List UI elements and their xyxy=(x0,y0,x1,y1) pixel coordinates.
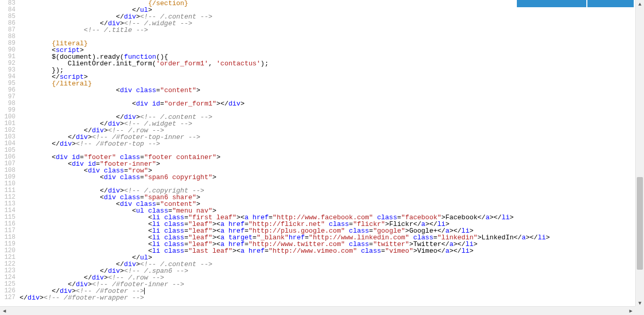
vertical-scroll-track[interactable] xyxy=(636,9,644,299)
line-gutter: 8384858687888990919293949596979899100101… xyxy=(0,0,20,308)
code-line[interactable]: {literal} xyxy=(20,40,634,47)
code-line[interactable]: <div id="order_form1"></div> xyxy=(20,100,634,107)
vertical-scrollbar[interactable]: ▲ ▼ xyxy=(635,0,644,308)
code-line[interactable]: </script> xyxy=(20,74,634,80)
code-line[interactable] xyxy=(20,33,634,40)
scroll-left-arrow[interactable]: ◀ xyxy=(0,307,9,315)
code-line[interactable]: }); xyxy=(20,67,634,74)
code-area[interactable]: {/section} </ul> </div><!-- /.content --… xyxy=(20,0,634,308)
toolbar-button-1[interactable] xyxy=(517,0,586,7)
code-line[interactable]: <div class="span6 copyright"> xyxy=(20,174,634,181)
toolbar-button-2[interactable] xyxy=(587,0,634,7)
line-number: 127 xyxy=(0,294,15,301)
scroll-up-arrow[interactable]: ▲ xyxy=(636,0,644,9)
text-cursor xyxy=(144,288,145,294)
scroll-right-arrow[interactable]: ▶ xyxy=(626,307,635,315)
code-line[interactable]: <!-- /.title --> xyxy=(20,27,634,33)
scrollbar-corner xyxy=(635,306,644,315)
code-line[interactable]: </div><!-- /#footer-top --> xyxy=(20,141,634,147)
code-line[interactable]: <div class="content"> xyxy=(20,87,634,94)
top-toolbar xyxy=(517,0,634,7)
code-line[interactable]: </div><!-- /#footer-wrapper --> xyxy=(20,294,634,301)
code-line[interactable]: ClientOrder.init_form('order_form1', 'co… xyxy=(20,60,634,67)
code-editor[interactable]: 8384858687888990919293949596979899100101… xyxy=(0,0,634,308)
vertical-scroll-thumb[interactable] xyxy=(637,177,643,270)
horizontal-scrollbar[interactable]: ◀ ▶ xyxy=(0,306,635,315)
